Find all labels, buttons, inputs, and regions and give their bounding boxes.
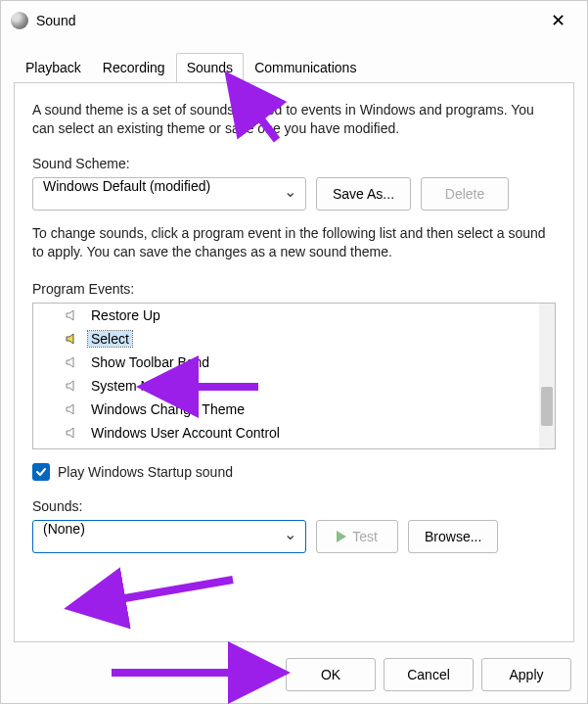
sound-scheme-value[interactable]: Windows Default (modified) [32,177,306,211]
sound-dialog: Sound ✕ Playback Recording Sounds Commun… [0,0,588,704]
annotation-arrow [107,663,283,686]
scrollbar-thumb[interactable] [541,387,553,426]
speaker-icon [63,307,82,323]
event-item-label: Restore Up [88,307,163,323]
event-item[interactable]: Show Toolbar Band [63,351,539,374]
event-item[interactable]: Restore Up [63,304,539,327]
speaker-app-icon [11,12,28,29]
sounds-tab-panel: A sound theme is a set of sounds applied… [14,82,574,642]
events-scrollbar[interactable] [539,304,555,448]
tab-playback[interactable]: Playback [15,53,92,83]
tab-sounds[interactable]: Sounds [176,53,244,83]
speaker-icon [63,425,82,441]
save-as-button[interactable]: Save As... [316,177,411,211]
speaker-icon [63,378,82,394]
tab-communications[interactable]: Communications [244,53,367,83]
sound-scheme-label: Sound Scheme: [32,156,556,171]
event-item[interactable]: Select [63,327,539,351]
play-startup-sound-label: Play Windows Startup sound [58,464,233,480]
tab-recording[interactable]: Recording [92,53,176,83]
delete-button: Delete [421,177,509,211]
sounds-value[interactable]: (None) [32,520,306,553]
sound-scheme-dropdown[interactable]: Windows Default (modified) [32,177,306,211]
window-title: Sound [36,13,538,28]
instruction-text: To change sounds, click a program event … [32,224,556,261]
apply-button[interactable]: Apply [481,658,571,691]
program-events-list[interactable]: Restore UpSelectShow Toolbar BandSystem … [32,303,556,449]
speaker-icon [63,401,82,417]
test-button-label: Test [352,529,378,544]
event-item-label: Windows Change Theme [88,401,248,417]
cancel-button[interactable]: Cancel [384,658,474,691]
event-item-label: Show Toolbar Band [88,354,212,370]
close-button[interactable]: ✕ [538,10,577,31]
event-item-label: Select [88,331,132,347]
event-item-label: Windows User Account Control [88,425,283,441]
event-item[interactable]: Windows Change Theme [63,398,539,421]
play-startup-sound-checkbox[interactable] [32,463,50,481]
program-events-label: Program Events: [32,281,556,297]
play-icon [337,531,346,542]
browse-button[interactable]: Browse... [408,520,498,553]
test-button: Test [316,520,398,553]
event-item[interactable]: System Notification [63,374,539,398]
titlebar: Sound ✕ [1,1,587,40]
dialog-footer: OK Cancel Apply [286,658,571,691]
sounds-label: Sounds: [32,498,556,514]
tab-strip: Playback Recording Sounds Communications [1,52,587,82]
sounds-dropdown[interactable]: (None) [32,520,306,553]
speaker-icon [63,331,82,347]
ok-button[interactable]: OK [286,658,376,691]
speaker-icon [63,354,82,370]
event-item-label: System Notification [88,378,211,394]
description-text: A sound theme is a set of sounds applied… [32,101,556,138]
event-item[interactable]: Windows User Account Control [63,421,539,445]
